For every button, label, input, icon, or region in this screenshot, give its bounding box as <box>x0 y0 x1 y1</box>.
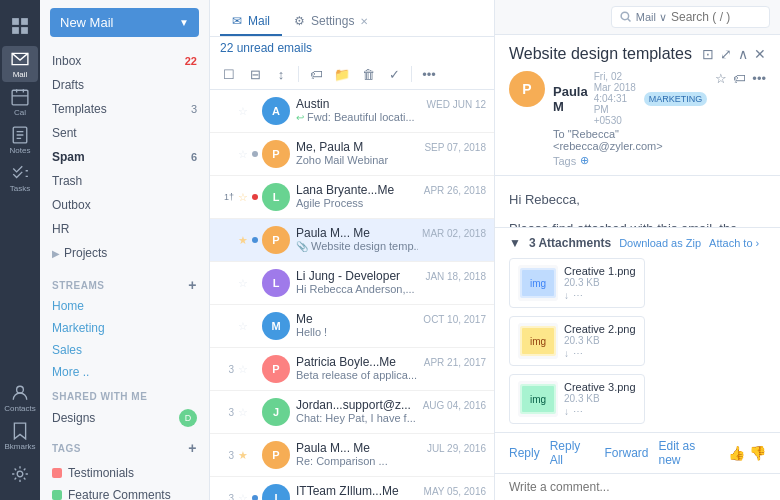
stream-item-more[interactable]: More .. <box>40 361 209 383</box>
attach-info-1: Creative 1.png 20.3 KB ↓ ⋯ <box>564 265 636 301</box>
tab-mail[interactable]: ✉ Mail <box>220 8 282 36</box>
designs-avatar: D <box>179 409 197 427</box>
sidebar-item-drafts[interactable]: Drafts <box>40 73 209 97</box>
sender-avatar: J <box>262 398 290 426</box>
star-icon[interactable]: ☆ <box>238 105 250 118</box>
mail-item[interactable]: ☆ P Me, Paula M Zoho Mail Webinar SEP 07… <box>210 133 494 176</box>
tag-testimonials[interactable]: Testimonials <box>52 462 197 484</box>
expand-icon[interactable]: ⤢ <box>720 46 732 62</box>
edit-as-new-button[interactable]: Edit as new <box>658 439 718 467</box>
sidebar-item-projects[interactable]: ▶ Projects <box>40 241 209 265</box>
feature-comments-dot <box>52 490 62 500</box>
reply-all-button[interactable]: Reply All <box>550 439 595 467</box>
more-file-2-icon[interactable]: ⋯ <box>573 348 583 359</box>
stream-item-marketing[interactable]: Marketing <box>40 317 209 339</box>
mail-subject: Chat: Hey Pat, I have f... <box>296 412 419 424</box>
new-mail-button[interactable]: New Mail ▼ <box>50 8 199 37</box>
more-file-3-icon[interactable]: ⋯ <box>573 406 583 417</box>
contacts-nav-icon[interactable]: Contacts <box>2 380 38 416</box>
print-icon[interactable]: ⊡ <box>702 46 714 62</box>
sidebar-item-templates[interactable]: Templates 3 <box>40 97 209 121</box>
mail-content: Jordan...support@z... Chat: Hey Pat, I h… <box>296 398 419 424</box>
mail-item[interactable]: ☆ M Me Hello ! OCT 10, 2017 <box>210 305 494 348</box>
sidebar-item-hr[interactable]: HR <box>40 217 209 241</box>
thumbsup-emoji[interactable]: 👍 <box>728 445 745 461</box>
star-icon[interactable]: ☆ <box>238 191 250 204</box>
mail-item[interactable]: 1† ☆ L Lana Bryante...Me Agile Process A… <box>210 176 494 219</box>
thumbsdown-emoji[interactable]: 👎 <box>749 445 766 461</box>
grid-menu-icon[interactable] <box>2 8 38 44</box>
notes-nav-icon[interactable]: Notes <box>2 122 38 158</box>
notes-nav-label: Notes <box>10 146 31 155</box>
attach-file-3[interactable]: img Creative 3.png 20.3 KB ↓ ⋯ <box>509 374 645 424</box>
mail-item[interactable]: ☆ A Austin ↩ Fwd: Beautiful locati... WE… <box>210 90 494 133</box>
mail-item[interactable]: 3 ★ P Paula M... Me Re: Comparison ... J… <box>210 434 494 477</box>
mail-item[interactable]: 3 ☆ P Patricia Boyle...Me Beta release o… <box>210 348 494 391</box>
subject-text: Website design templates <box>509 45 692 63</box>
attach-file-1[interactable]: img Creative 1.png 20.3 KB ↓ ⋯ <box>509 258 645 308</box>
stream-item-home[interactable]: Home <box>40 295 209 317</box>
search-input[interactable] <box>671 10 761 24</box>
forward-button[interactable]: Forward <box>604 446 648 460</box>
attach-to-button[interactable]: Attach to › <box>709 237 759 249</box>
download-file-2-icon[interactable]: ↓ <box>564 348 569 359</box>
delete-button[interactable]: 🗑 <box>357 63 379 85</box>
collapse-icon[interactable]: ∧ <box>738 46 748 62</box>
svg-rect-0 <box>12 18 19 25</box>
tags-add-icon[interactable]: ⊕ <box>580 154 589 167</box>
tags-add-button[interactable]: + <box>188 440 197 456</box>
star-icon[interactable]: ☆ <box>238 363 250 376</box>
comment-input[interactable] <box>509 480 766 494</box>
more-button[interactable]: ••• <box>418 63 440 85</box>
search-icon <box>620 11 632 23</box>
more-detail-icon[interactable]: ••• <box>752 71 766 86</box>
mail-nav-icon[interactable]: Mail <box>2 46 38 82</box>
star-detail-icon[interactable]: ☆ <box>715 71 727 86</box>
shared-item-designs[interactable]: Designs D <box>40 404 209 432</box>
reply-button[interactable]: Reply <box>509 446 540 460</box>
download-zip-button[interactable]: Download as Zip <box>619 237 701 249</box>
close-detail-icon[interactable]: ✕ <box>754 46 766 62</box>
attach-file-2[interactable]: img Creative 2.png 20.3 KB ↓ ⋯ <box>509 316 645 366</box>
checkbox-all-button[interactable]: ☐ <box>218 63 240 85</box>
star-icon[interactable]: ☆ <box>238 277 250 290</box>
stream-item-sales[interactable]: Sales <box>40 339 209 361</box>
svg-rect-3 <box>21 27 28 34</box>
unread-indicator <box>252 237 258 243</box>
sidebar-item-spam[interactable]: Spam 6 <box>40 145 209 169</box>
mail-toolbar: ☐ ⊟ ↕ 🏷 📁 🗑 ✓ ••• <box>210 59 494 90</box>
star-icon[interactable]: ☆ <box>238 320 250 333</box>
mail-item[interactable]: ☆ L Li Jung - Developer Hi Rebecca Ander… <box>210 262 494 305</box>
download-file-3-icon[interactable]: ↓ <box>564 406 569 417</box>
mail-item[interactable]: 3 ☆ J Jordan...support@z... Chat: Hey Pa… <box>210 391 494 434</box>
sidebar-item-trash[interactable]: Trash <box>40 169 209 193</box>
mail-subject: Hello ! <box>296 326 419 338</box>
star-icon[interactable]: ★ <box>238 449 250 462</box>
tag-feature-comments[interactable]: Feature Comments <box>52 484 197 500</box>
filter-button[interactable]: ⊟ <box>244 63 266 85</box>
sidebar-item-sent[interactable]: Sent <box>40 121 209 145</box>
move-button[interactable]: 📁 <box>331 63 353 85</box>
sidebar-item-inbox[interactable]: Inbox 22 <box>40 49 209 73</box>
mail-item[interactable]: 3 ☆ I ITTeam ZIllum...Me Event Invitatio… <box>210 477 494 500</box>
tasks-nav-icon[interactable]: Tasks <box>2 160 38 196</box>
star-icon[interactable]: ☆ <box>238 492 250 501</box>
settings-nav-icon[interactable] <box>2 456 38 492</box>
tab-settings[interactable]: ⚙ Settings ✕ <box>282 8 380 36</box>
sort-button[interactable]: ↕ <box>270 63 292 85</box>
more-file-1-icon[interactable]: ⋯ <box>573 290 583 301</box>
calendar-nav-icon[interactable]: Cal <box>2 84 38 120</box>
streams-add-button[interactable]: + <box>188 277 197 293</box>
bookmarks-nav-icon[interactable]: Bkmarks <box>2 418 38 454</box>
sidebar-item-outbox[interactable]: Outbox <box>40 193 209 217</box>
mail-item-active[interactable]: ★ P Paula M... Me 📎 Website design temp.… <box>210 219 494 262</box>
attach-toggle-icon[interactable]: ▼ <box>509 236 521 250</box>
mark-read-button[interactable]: ✓ <box>383 63 405 85</box>
download-file-1-icon[interactable]: ↓ <box>564 290 569 301</box>
star-icon[interactable]: ★ <box>238 234 250 247</box>
tag-detail-icon[interactable]: 🏷 <box>733 71 746 86</box>
star-icon[interactable]: ☆ <box>238 406 250 419</box>
tag-button[interactable]: 🏷 <box>305 63 327 85</box>
star-icon[interactable]: ☆ <box>238 148 250 161</box>
tab-settings-close-icon[interactable]: ✕ <box>360 16 368 27</box>
